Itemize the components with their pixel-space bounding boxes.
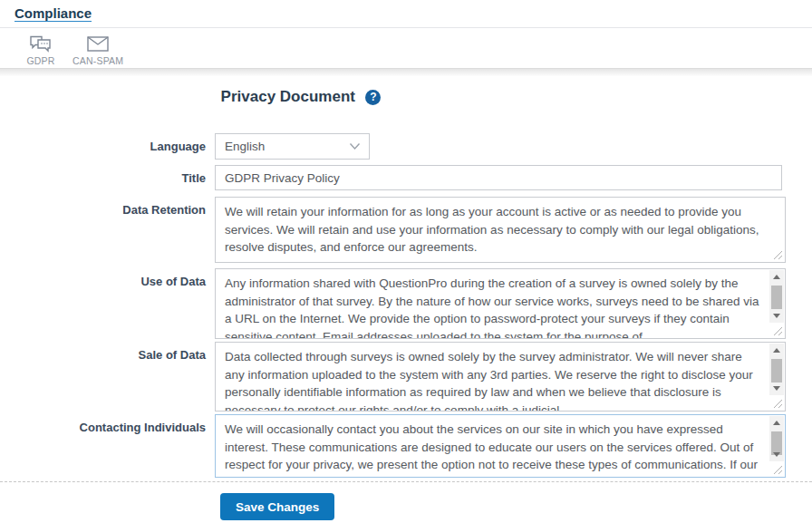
language-select-value: English xyxy=(225,140,265,153)
compliance-toolbar: GDPR CAN-SPAM xyxy=(0,28,812,68)
privacy-document-form: Language English Title Data Retention We… xyxy=(0,133,812,478)
scroll-up-icon[interactable] xyxy=(773,348,780,353)
help-icon[interactable]: ? xyxy=(365,90,381,105)
sale-of-data-label: Sale of Data xyxy=(0,342,215,362)
scrollbar-thumb[interactable] xyxy=(771,286,782,309)
data-retention-label: Data Retention xyxy=(0,197,215,217)
scroll-down-icon[interactable] xyxy=(773,314,780,318)
tab-can-spam[interactable]: CAN-SPAM xyxy=(72,33,123,66)
scrollbar[interactable] xyxy=(769,270,784,323)
tab-gdpr[interactable]: GDPR xyxy=(22,33,60,66)
scrollbar-thumb[interactable] xyxy=(771,359,782,383)
save-changes-button[interactable]: Save Changes xyxy=(220,493,334,520)
contacting-individuals-textarea[interactable]: We will occasionally contact you about t… xyxy=(215,414,786,478)
language-select[interactable]: English xyxy=(215,133,370,160)
resize-grip-icon[interactable] xyxy=(773,326,783,336)
use-of-data-text: Any information shared with QuestionPro … xyxy=(216,269,768,338)
language-label: Language xyxy=(0,133,215,153)
use-of-data-label: Use of Data xyxy=(0,268,215,288)
sale-of-data-textarea[interactable]: Data collected through surveys is owned … xyxy=(215,342,786,412)
tab-gdpr-label: GDPR xyxy=(26,55,54,66)
form-row-sale-of-data: Sale of Data Data collected through surv… xyxy=(0,342,812,412)
resize-grip-icon[interactable] xyxy=(773,399,783,409)
page-title-row: Privacy Document ? xyxy=(0,88,602,110)
tab-can-spam-label: CAN-SPAM xyxy=(72,55,123,66)
title-label: Title xyxy=(0,165,215,185)
contacting-individuals-label: Contacting Individuals xyxy=(0,414,215,434)
data-retention-textarea[interactable]: We will retain your information for as l… xyxy=(215,197,786,263)
dashed-separator xyxy=(0,481,812,482)
scroll-down-icon[interactable] xyxy=(773,386,780,391)
data-retention-text: We will retain your information for as l… xyxy=(216,198,785,262)
button-row: Save Changes xyxy=(220,493,812,520)
scroll-up-icon[interactable] xyxy=(773,421,780,425)
header-bar: Compliance xyxy=(0,0,812,28)
page-title: Privacy Document xyxy=(221,88,355,105)
chevron-down-icon xyxy=(349,142,361,150)
toolbar-shadow xyxy=(0,68,812,76)
breadcrumb-compliance-link[interactable]: Compliance xyxy=(14,5,92,21)
resize-grip-icon[interactable] xyxy=(773,250,783,260)
form-row-language: Language English xyxy=(0,133,812,160)
form-row-use-of-data: Use of Data Any information shared with … xyxy=(0,268,812,339)
title-input[interactable] xyxy=(215,165,782,190)
form-row-contacting-individuals: Contacting Individuals We will occasiona… xyxy=(0,414,812,478)
scroll-up-icon[interactable] xyxy=(773,275,780,279)
form-row-data-retention: Data Retention We will retain your infor… xyxy=(0,197,812,263)
contacting-individuals-text: We will occasionally contact you about t… xyxy=(216,415,768,477)
scroll-down-icon[interactable] xyxy=(773,452,780,457)
use-of-data-textarea[interactable]: Any information shared with QuestionPro … xyxy=(215,268,786,339)
scrollbar[interactable] xyxy=(769,344,784,395)
form-row-title: Title xyxy=(0,165,812,190)
envelope-icon xyxy=(86,33,110,53)
sale-of-data-text: Data collected through surveys is owned … xyxy=(216,343,768,411)
scrollbar[interactable] xyxy=(769,416,784,461)
chat-bubbles-icon xyxy=(29,33,53,53)
resize-grip-icon[interactable] xyxy=(773,465,783,475)
